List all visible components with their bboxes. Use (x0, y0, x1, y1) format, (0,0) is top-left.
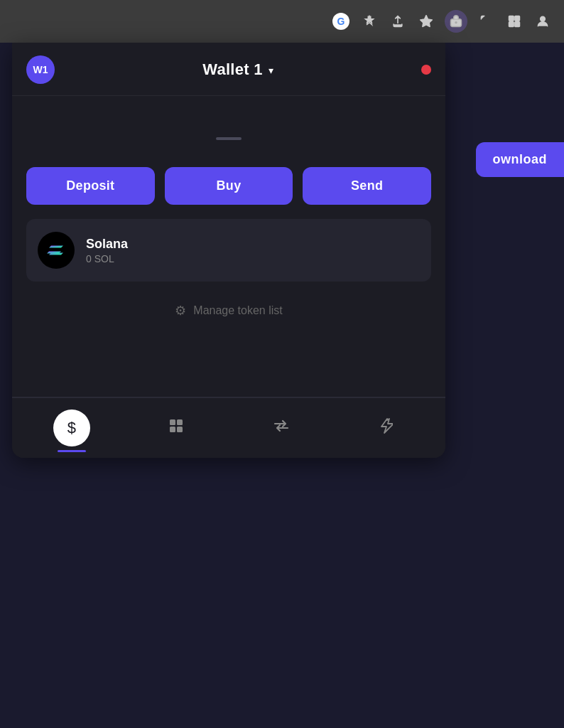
google-icon[interactable]: G (331, 11, 351, 31)
nav-tab-transfer[interactable] (263, 410, 300, 446)
buy-button[interactable]: Buy (165, 167, 293, 205)
sliders-icon: ⚙ (175, 303, 186, 318)
svg-point-1 (455, 21, 457, 23)
solana-logo (38, 232, 75, 269)
grid-icon (168, 418, 184, 438)
send-button[interactable]: Send (303, 167, 431, 205)
active-indicator (58, 450, 86, 452)
browser-chrome-bar: G (0, 0, 564, 43)
popup-footer: $ (12, 397, 445, 458)
token-name-label: Solana (86, 237, 128, 252)
balance-placeholder (216, 137, 242, 140)
nav-tab-apps[interactable] (158, 410, 195, 446)
svg-rect-8 (177, 419, 183, 425)
chevron-down-icon: ▾ (269, 65, 273, 76)
profile-icon[interactable] (533, 11, 553, 31)
share-icon[interactable] (359, 11, 379, 31)
popup-body: Deposit Buy Send (12, 96, 445, 397)
svg-point-6 (541, 16, 546, 21)
svg-rect-5 (515, 22, 520, 27)
svg-rect-2 (509, 16, 514, 21)
puzzle-icon[interactable] (476, 11, 496, 31)
upload-icon[interactable] (388, 11, 408, 31)
token-balance-label: 0 SOL (86, 253, 128, 264)
action-buttons-row: Deposit Buy Send (26, 167, 431, 205)
extension-wallet-icon[interactable] (445, 10, 467, 33)
nav-tabs-row: $ (12, 410, 445, 458)
download-button[interactable]: ownload (476, 142, 565, 177)
popup-header: W1 Wallet 1 ▾ (12, 43, 445, 96)
svg-rect-3 (515, 16, 520, 21)
token-item-solana[interactable]: Solana 0 SOL (26, 219, 431, 282)
wallet-avatar: W1 (26, 55, 55, 84)
status-dot (421, 65, 431, 75)
svg-rect-10 (177, 427, 183, 432)
manage-token-list-button[interactable]: ⚙ Manage token list (26, 289, 431, 340)
nav-tab-portfolio[interactable]: $ (53, 410, 90, 446)
spacer (26, 340, 431, 397)
svg-rect-9 (170, 427, 175, 432)
svg-rect-4 (509, 22, 514, 27)
token-list: Solana 0 SOL (26, 219, 431, 282)
deposit-button[interactable]: Deposit (26, 167, 155, 205)
star-icon[interactable] (416, 11, 436, 31)
token-info-solana: Solana 0 SOL (86, 237, 128, 264)
lightning-icon (379, 417, 393, 439)
wallet-title-group[interactable]: Wallet 1 ▾ (202, 60, 273, 79)
balance-area (26, 96, 431, 167)
transfer-arrows-icon (273, 418, 290, 438)
dollar-icon: $ (67, 419, 76, 437)
svg-rect-7 (170, 419, 175, 425)
manage-token-list-label: Manage token list (193, 304, 282, 317)
wallet-popup: W1 Wallet 1 ▾ Deposit Buy Send (12, 43, 445, 458)
wallet-name-label: Wallet 1 (202, 60, 263, 79)
google-logo: G (332, 13, 349, 30)
tab-manager-icon[interactable] (504, 11, 524, 31)
nav-tab-lightning[interactable] (367, 410, 404, 446)
